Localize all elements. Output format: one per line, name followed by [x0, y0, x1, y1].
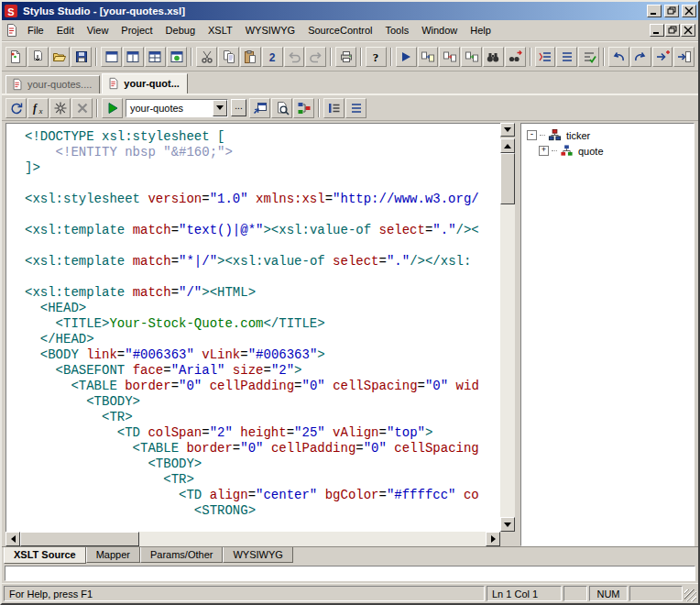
title-bar[interactable]: S Stylus Studio - [your-quotes.xsl]: [2, 2, 698, 20]
lines-left-icon: [327, 101, 342, 116]
view-tab-wysiwyg[interactable]: WYSIWYG: [223, 547, 292, 563]
menu-window[interactable]: Window: [415, 22, 464, 38]
mdi-close-button[interactable]: [681, 24, 695, 37]
breakpoint-options-button[interactable]: [49, 98, 71, 118]
menu-xslt[interactable]: XSLT: [202, 22, 239, 38]
mdi-restore-button[interactable]: [665, 24, 680, 37]
toolbar-separator: [191, 48, 192, 66]
editor-view-button[interactable]: [101, 47, 122, 67]
print-button[interactable]: [335, 47, 356, 67]
xslt-toolbar: fx your-quotes ...: [2, 94, 698, 121]
redo-button[interactable]: [305, 47, 326, 67]
tree-item-ticker[interactable]: -ticker: [523, 127, 692, 143]
clear-breakpoints-button[interactable]: [71, 98, 93, 118]
mdi-minimize-button[interactable]: [650, 24, 664, 37]
pane-dropdown-button[interactable]: [500, 123, 515, 137]
html-tidy-button[interactable]: 2: [262, 47, 283, 67]
open-file-button[interactable]: [49, 47, 71, 67]
document-tab-1[interactable]: your-quotes....: [5, 75, 100, 94]
open-url-button[interactable]: [27, 47, 49, 67]
collapse-expander[interactable]: -: [527, 130, 537, 140]
scroll-up-button[interactable]: [500, 138, 515, 153]
vertical-scroll-track[interactable]: [500, 204, 515, 517]
bookmark-list-button[interactable]: [556, 47, 577, 67]
grid-view-button[interactable]: [145, 47, 166, 67]
browser-view-button[interactable]: [167, 47, 188, 67]
menu-help[interactable]: Help: [464, 22, 498, 38]
view-tab-bar: XSLT SourceMapperParams/OtherWYSIWYG: [2, 546, 698, 564]
menu-project[interactable]: Project: [115, 22, 159, 38]
view-tab-params-other[interactable]: Params/Other: [140, 547, 223, 563]
code-editor[interactable]: <!DOCTYPE xsl:stylesheet [ <!ENTITY nbsp…: [5, 123, 500, 532]
navigate-forward-button[interactable]: [630, 47, 651, 67]
resize-grip[interactable]: [684, 589, 696, 601]
xslt-run-button[interactable]: [418, 47, 439, 67]
expand-expander[interactable]: +: [539, 146, 549, 156]
validate-button[interactable]: [578, 47, 599, 67]
document-tab-2[interactable]: your-quot...: [102, 73, 188, 94]
document-icon[interactable]: [5, 23, 19, 38]
xslt-profile-button[interactable]: [461, 47, 482, 67]
code-line: </HEAD>: [25, 332, 500, 347]
undo-button[interactable]: [284, 47, 305, 67]
menu-wysiwyg[interactable]: WYSIWYG: [239, 22, 301, 38]
floppy-icon: [74, 50, 89, 64]
t1-icon: [421, 50, 435, 64]
wrap-lines-button[interactable]: [345, 98, 366, 118]
preview-result-button[interactable]: [102, 98, 123, 118]
binoculars-next-icon: [508, 50, 522, 64]
query-input[interactable]: [5, 566, 695, 581]
tree-item-quote[interactable]: +quote: [523, 143, 692, 159]
menu-sourcecontrol[interactable]: SourceControl: [301, 22, 378, 38]
toggle-bookmark-button[interactable]: [535, 47, 556, 67]
horizontal-scroll-thumb[interactable]: [20, 532, 139, 546]
view-tab-xslt-source[interactable]: XSLT Source: [4, 547, 86, 564]
scroll-right-button[interactable]: [486, 532, 500, 546]
scenario-browse-button[interactable]: ...: [231, 99, 246, 116]
restore-button[interactable]: [664, 5, 679, 17]
node-org-icon: [560, 144, 574, 158]
goto-location-button[interactable]: [673, 47, 695, 67]
new-document-button[interactable]: [5, 47, 27, 67]
scroll-left-button[interactable]: [5, 532, 20, 546]
horizontal-scrollbar[interactable]: [5, 532, 500, 546]
paste-button[interactable]: [240, 47, 261, 67]
scenario-combobox[interactable]: your-quotes: [126, 99, 228, 117]
app-icon[interactable]: S: [4, 4, 18, 18]
preview-browser-button[interactable]: [271, 98, 292, 118]
preview-window-button[interactable]: [249, 98, 270, 118]
vertical-scrollbar[interactable]: [500, 138, 515, 532]
vertical-scroll-thumb[interactable]: [500, 153, 515, 204]
document-tab-label: your-quot...: [124, 78, 180, 89]
menu-view[interactable]: View: [81, 22, 115, 38]
menu-debug[interactable]: Debug: [159, 22, 202, 38]
help-button[interactable]: ?: [366, 47, 387, 67]
tree-view-button[interactable]: [123, 47, 144, 67]
code-line: <xsl:template match="/"><HTML>: [25, 285, 500, 301]
scroll-down-button[interactable]: [500, 517, 515, 532]
show-tree-button[interactable]: [293, 98, 314, 118]
horizontal-scroll-track[interactable]: [139, 532, 486, 546]
save-button[interactable]: [71, 47, 92, 67]
add-location-button[interactable]: [652, 47, 673, 67]
minimize-button[interactable]: [647, 5, 662, 17]
combobox-dropdown-button[interactable]: [213, 100, 227, 116]
find-next-button[interactable]: [505, 47, 526, 67]
line-numbers-button[interactable]: [323, 98, 345, 118]
schema-tree-panel[interactable]: -ticker+quote: [520, 123, 695, 546]
go-button[interactable]: [396, 47, 417, 67]
scenario-refresh-button[interactable]: [5, 98, 27, 118]
menu-file[interactable]: File: [21, 22, 50, 38]
code-line: <xsl:template match="*|/"><xsl:value-of …: [25, 254, 500, 270]
copy-button[interactable]: [218, 47, 239, 67]
close-button[interactable]: [682, 5, 696, 17]
navigate-back-button[interactable]: [608, 47, 629, 67]
menu-tools[interactable]: Tools: [378, 22, 415, 38]
cut-button[interactable]: [196, 47, 217, 67]
view-tab-mapper[interactable]: Mapper: [86, 547, 140, 563]
menu-edit[interactable]: Edit: [50, 22, 81, 38]
status-blank-panel: [563, 586, 587, 601]
function-button[interactable]: fx: [27, 98, 49, 118]
xslt-debug-button[interactable]: [439, 47, 460, 67]
find-button[interactable]: [483, 47, 504, 67]
